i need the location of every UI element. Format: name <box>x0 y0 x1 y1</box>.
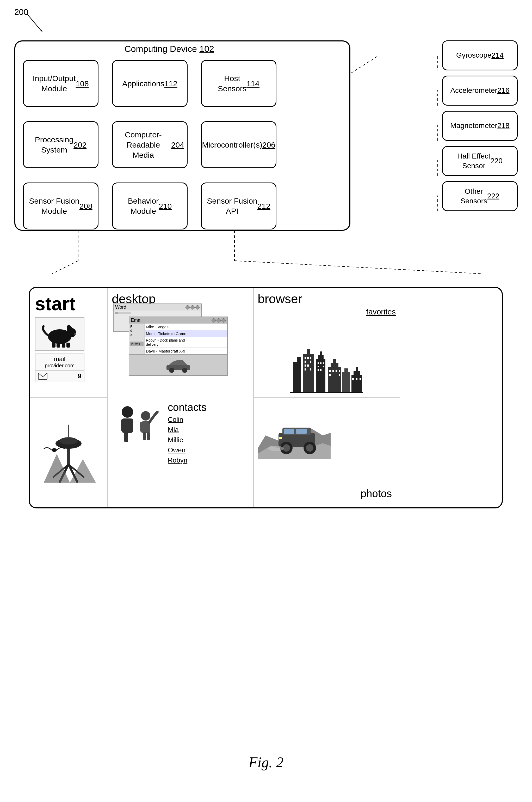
dog-image <box>35 317 84 351</box>
mail-label: mail provider.com <box>35 353 84 370</box>
sensor-magnetometer: Magnetometer218 <box>442 111 518 141</box>
svg-rect-20 <box>66 343 70 348</box>
svg-rect-37 <box>307 364 309 367</box>
svg-rect-66 <box>360 378 361 380</box>
svg-rect-65 <box>356 378 358 380</box>
svg-point-97 <box>283 444 290 452</box>
svg-rect-18 <box>57 343 60 348</box>
photos-label: photos <box>361 488 392 499</box>
email-item-4: Dave - Mastercraft X-9 <box>145 348 227 354</box>
svg-rect-58 <box>339 374 340 376</box>
svg-rect-95 <box>296 429 307 434</box>
module-sf-api: Sensor FusionAPI 212 <box>201 183 277 230</box>
svg-point-101 <box>268 446 284 451</box>
email-item-2: Mom - Tickets to Game <box>145 330 227 337</box>
svg-rect-36 <box>305 364 306 367</box>
dm-start-cell: start <box>30 288 108 398</box>
svg-rect-46 <box>318 366 319 367</box>
svg-line-13 <box>234 261 482 274</box>
svg-line-0 <box>27 14 42 31</box>
svg-marker-1 <box>40 30 43 33</box>
svg-point-22 <box>74 333 76 335</box>
email-item-1: Mike - Vegas! <box>145 324 227 330</box>
svg-rect-44 <box>320 362 322 364</box>
computing-device-label: Computing Device 102 <box>91 44 247 54</box>
svg-rect-64 <box>352 378 354 380</box>
module-host-sensors: HostSensors 114 <box>201 60 277 107</box>
svg-rect-39 <box>310 368 311 370</box>
svg-rect-100 <box>279 437 282 439</box>
svg-rect-67 <box>290 392 363 393</box>
module-cr-media: Computer-Readable Media204 <box>112 121 188 168</box>
mail-count-row: 9 <box>35 370 84 382</box>
svg-rect-38 <box>305 368 306 370</box>
svg-rect-61 <box>352 375 362 393</box>
svg-rect-40 <box>316 359 325 393</box>
svg-rect-63 <box>356 367 358 372</box>
svg-rect-17 <box>52 342 56 348</box>
svg-rect-49 <box>320 369 322 371</box>
email-window: Email Fda Viewer Mike - Vegas! <box>129 316 228 376</box>
svg-rect-31 <box>305 357 306 359</box>
module-sensor-fusion: Sensor FusionModule 208 <box>23 183 98 230</box>
svg-line-10 <box>52 261 78 274</box>
module-processing-system: ProcessingSystem 202 <box>23 121 98 168</box>
svg-rect-27 <box>293 362 301 393</box>
module-io: Input/OutputModule 108 <box>23 60 98 107</box>
mail-count: 9 <box>78 372 81 380</box>
svg-rect-30 <box>307 349 310 356</box>
svg-point-74 <box>59 437 78 444</box>
svg-rect-35 <box>310 361 311 363</box>
figure-caption: Fig. 2 <box>249 754 283 771</box>
module-microcontroller: Microcontroller(s)206 <box>201 121 277 168</box>
svg-rect-47 <box>323 366 324 367</box>
email-icon <box>38 373 48 380</box>
dm-desktop-cell: desktop Word <box>108 288 254 507</box>
module-apps: Applications 112 <box>112 60 188 107</box>
desktop-mockup: start <box>28 287 503 508</box>
svg-rect-53 <box>329 370 331 372</box>
sensor-hall-effect: Hall EffectSensor 220 <box>442 146 518 176</box>
svg-line-2 <box>351 56 378 73</box>
svg-rect-59 <box>342 372 350 393</box>
svg-rect-32 <box>307 357 309 359</box>
svg-rect-55 <box>336 370 337 372</box>
svg-rect-60 <box>344 368 348 373</box>
svg-rect-45 <box>323 362 324 364</box>
svg-rect-28 <box>297 357 301 362</box>
svg-point-25 <box>169 368 174 373</box>
svg-rect-42 <box>320 351 322 357</box>
sensor-gyroscope: Gyroscope214 <box>442 40 518 70</box>
dm-browser-cell: browser favorites <box>254 288 400 398</box>
svg-rect-19 <box>62 342 65 348</box>
favorites-link[interactable]: favorites <box>366 307 396 316</box>
svg-point-99 <box>306 444 314 452</box>
svg-rect-94 <box>284 429 294 434</box>
svg-rect-33 <box>310 357 311 359</box>
svg-rect-57 <box>329 374 331 376</box>
svg-rect-34 <box>305 361 306 363</box>
browser-label: browser <box>258 292 396 306</box>
start-label: start <box>35 293 76 314</box>
module-behavior: BehaviorModule 210 <box>112 183 188 230</box>
svg-point-26 <box>182 368 187 373</box>
svg-point-79 <box>52 448 57 452</box>
svg-rect-56 <box>339 370 340 372</box>
svg-rect-48 <box>318 369 319 371</box>
sensor-accelerometer: Accelerometer216 <box>442 76 518 106</box>
svg-marker-78 <box>70 459 96 482</box>
email-item-3: Robyn - Dock plans anddelivery <box>145 337 227 348</box>
sensor-other: OtherSensors 222 <box>442 181 518 211</box>
figure-number-label: 200 <box>14 7 28 17</box>
svg-rect-54 <box>332 370 334 372</box>
space-needle-icon <box>39 423 98 482</box>
car-photo <box>258 402 330 459</box>
dm-seattle-cell <box>30 398 108 507</box>
svg-rect-52 <box>333 359 336 364</box>
city-skyline <box>258 319 396 393</box>
dm-photos-cell: photos <box>254 398 400 507</box>
svg-rect-43 <box>318 362 319 364</box>
dog-icon <box>39 320 80 348</box>
svg-rect-29 <box>303 354 314 393</box>
